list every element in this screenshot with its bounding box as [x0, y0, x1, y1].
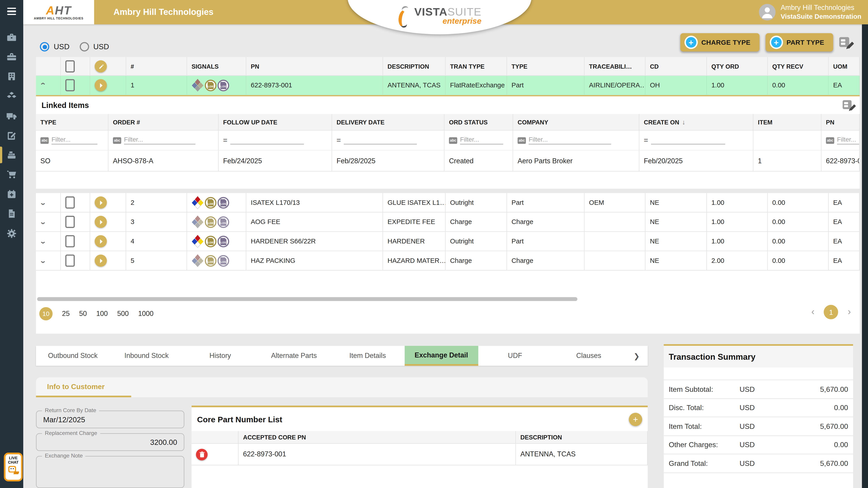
filter-createon-input[interactable]: [651, 136, 725, 144]
lcol-createon[interactable]: CREATE ON↓: [639, 114, 753, 131]
tab-item-details[interactable]: Item Details: [331, 346, 404, 366]
page-size-100[interactable]: 100: [96, 310, 108, 318]
sort-desc-icon[interactable]: ↓: [682, 118, 685, 126]
tab-inbound-stock[interactable]: Inbound Stock: [110, 346, 183, 366]
row-checkbox[interactable]: [65, 79, 75, 91]
page-size-1000[interactable]: 1000: [138, 310, 153, 318]
filter-delivery-input[interactable]: [344, 136, 416, 144]
return-core-by-date-field[interactable]: Return Core By Date Mar/12/2025: [36, 411, 184, 428]
live-chat-button[interactable]: LIVECHAT: [4, 453, 23, 481]
table-row-5[interactable]: ⌄ 5 LOR LOS HAZ PACKING HAZARD MATER… Ch…: [36, 251, 860, 270]
los-document-icon[interactable]: LOS: [218, 197, 229, 208]
col-pn[interactable]: PN: [246, 57, 383, 76]
sidebar-item-briefcase[interactable]: [0, 28, 23, 47]
text-filter-icon[interactable]: abc: [40, 137, 49, 143]
collapse-chevron-icon[interactable]: ⌃: [39, 82, 46, 89]
sidebar-item-shipping[interactable]: [0, 106, 23, 126]
lcol-status[interactable]: ORD STATUS: [445, 114, 513, 131]
page-size-10[interactable]: 10: [39, 307, 53, 320]
col-type[interactable]: TYPE: [507, 57, 585, 76]
los-document-icon[interactable]: LOS: [218, 235, 229, 247]
exchange-note-field[interactable]: Exchange Note: [36, 456, 184, 488]
open-row-arrow-icon[interactable]: [95, 235, 107, 247]
page-size-500[interactable]: 500: [117, 310, 129, 318]
tab-clauses[interactable]: Clauses: [552, 346, 626, 366]
col-uom[interactable]: UOM: [829, 57, 860, 76]
sidebar-item-documents[interactable]: [0, 204, 23, 224]
equals-filter-icon[interactable]: =: [337, 136, 341, 144]
table-row-2[interactable]: ⌄ 2 LOR LOS ISATEX L170/13 GLUE ISATEX L…: [36, 193, 860, 213]
prev-page-icon[interactable]: ‹: [811, 306, 814, 318]
col-num[interactable]: #: [126, 57, 187, 76]
current-page[interactable]: 1: [824, 305, 838, 319]
charge-type-button[interactable]: + CHARGE TYPE: [680, 33, 759, 52]
filter-pn-input[interactable]: [837, 136, 859, 144]
equals-filter-icon[interactable]: =: [644, 136, 648, 144]
column-chooser-icon[interactable]: [839, 36, 851, 48]
tab-exchange-detail-active[interactable]: Exchange Detail: [404, 346, 478, 366]
sidebar-item-orders[interactable]: [0, 126, 23, 145]
lor-document-icon[interactable]: LOR: [205, 197, 216, 208]
row-checkbox[interactable]: [65, 255, 75, 267]
row-checkbox[interactable]: [65, 196, 75, 209]
more-tabs-chevron-icon[interactable]: ❯: [626, 346, 648, 366]
col-qty-recv[interactable]: QTY RECV: [768, 57, 829, 76]
currency-option-2[interactable]: USD: [80, 42, 109, 52]
table-row-3[interactable]: ⌄ 3 LOR LOS AOG FEE EXPEDITE FEE Charge …: [36, 213, 860, 232]
tab-alternate-parts[interactable]: Alternate Parts: [257, 346, 331, 366]
lcol-order[interactable]: ORDER #: [108, 114, 219, 131]
lcol-item[interactable]: ITEM: [753, 114, 822, 131]
lor-document-icon[interactable]: LOR: [205, 79, 216, 91]
lcol-followup[interactable]: FOLLOW UP DATE: [219, 114, 332, 131]
add-core-pn-button[interactable]: +: [629, 413, 642, 426]
edit-pencil-icon[interactable]: [95, 60, 107, 72]
table-row-1-selected[interactable]: ⌃ 1 LOR LOS 622-8973-001 ANTENNA, TCAS F…: [36, 76, 860, 95]
user-menu[interactable]: Ambry Hill Technologies VistaSuite Demon…: [759, 0, 862, 24]
col-qty-ord[interactable]: QTY ORD: [707, 57, 768, 76]
currency-option-1[interactable]: USD: [40, 42, 69, 52]
lcol-pn[interactable]: PN: [822, 114, 860, 131]
sidebar-item-toolbox[interactable]: [0, 47, 23, 67]
replacement-charge-field[interactable]: Replacement Charge 3200.00: [36, 433, 184, 451]
row-checkbox[interactable]: [65, 216, 75, 228]
los-document-icon[interactable]: LOS: [218, 216, 229, 228]
text-filter-icon[interactable]: abc: [518, 137, 526, 143]
sidebar-item-settings[interactable]: [0, 224, 23, 243]
filter-followup-input[interactable]: [230, 136, 304, 144]
radio-selected-icon[interactable]: [40, 42, 49, 52]
linked-column-chooser-icon[interactable]: [843, 100, 854, 111]
filter-status-input[interactable]: [460, 136, 503, 144]
sidebar-item-calendar[interactable]: [0, 184, 23, 204]
sidebar-item-register-active[interactable]: [0, 145, 23, 165]
col-signals[interactable]: SIGNALS: [187, 57, 246, 76]
text-filter-icon[interactable]: abc: [826, 137, 834, 143]
sidebar-item-cart[interactable]: [0, 165, 23, 185]
los-document-icon[interactable]: LOS: [218, 255, 229, 266]
lor-document-icon[interactable]: LOR: [205, 235, 216, 247]
lcol-delivery[interactable]: DELIVERY DATE: [332, 114, 444, 131]
text-filter-icon[interactable]: abc: [449, 137, 457, 143]
page-size-50[interactable]: 50: [79, 310, 87, 318]
linked-item-row[interactable]: SO AHSO-878-A Feb/24/2025 Feb/28/2025 Cr…: [36, 151, 860, 171]
page-size-25[interactable]: 25: [62, 310, 70, 318]
right-scroll-gutter[interactable]: [862, 24, 868, 488]
delete-core-pn-button[interactable]: [196, 449, 208, 460]
horizontal-scrollbar[interactable]: [37, 297, 577, 301]
expand-chevron-icon[interactable]: ⌄: [39, 257, 46, 264]
table-row-4[interactable]: ⌄ 4 LOR LOS HARDENER S66/22R HARDENER Ou…: [36, 232, 860, 251]
hamburger-menu-icon[interactable]: [7, 8, 16, 15]
los-document-icon[interactable]: LOS: [218, 79, 229, 91]
equals-filter-icon[interactable]: =: [223, 136, 227, 144]
select-all-checkbox[interactable]: [65, 60, 75, 72]
tab-history[interactable]: History: [183, 346, 257, 366]
open-row-arrow-icon[interactable]: [95, 216, 107, 228]
sidebar-item-inventory[interactable]: [0, 87, 23, 106]
lcol-type[interactable]: TYPE: [36, 114, 108, 131]
lcol-company[interactable]: COMPANY: [513, 114, 639, 131]
tab-outbound-stock[interactable]: Outbound Stock: [36, 346, 110, 366]
col-traceability[interactable]: TRACEABILI…: [585, 57, 646, 76]
text-filter-icon[interactable]: abc: [113, 137, 121, 143]
open-row-arrow-icon[interactable]: [95, 79, 107, 91]
company-logo[interactable]: AHT AMBRY HILL TECHNOLOGIES: [23, 0, 94, 24]
tab-udf[interactable]: UDF: [478, 346, 552, 366]
